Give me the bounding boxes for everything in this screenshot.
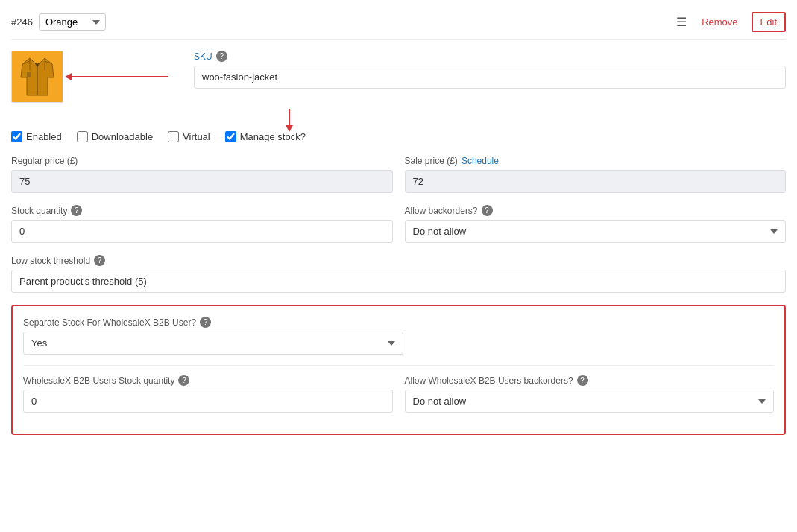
virtual-checkbox[interactable]	[168, 131, 179, 142]
svg-rect-0	[27, 72, 31, 77]
stock-quantity-field: Stock quantity ?	[11, 205, 393, 243]
low-stock-label: Low stock threshold	[11, 256, 90, 266]
virtual-label: Virtual	[183, 131, 210, 142]
wholesale-section: Separate Stock For WholesaleX B2B User? …	[11, 305, 786, 435]
stock-quantity-help-icon[interactable]: ?	[71, 205, 82, 216]
b2b-quantity-input[interactable]	[23, 390, 393, 413]
manage-stock-label: Manage stock?	[240, 131, 306, 142]
backorders-help-icon[interactable]: ?	[482, 205, 493, 216]
b2b-quantity-label: WholesaleX B2B Users Stock quantity	[23, 376, 174, 386]
b2b-quantity-field: WholesaleX B2B Users Stock quantity ?	[23, 375, 393, 413]
b2b-quantity-help-icon[interactable]: ?	[178, 375, 189, 386]
regular-price-label: Regular price (£)	[11, 156, 78, 166]
sku-input[interactable]	[194, 66, 786, 89]
stock-quantity-input[interactable]	[11, 220, 393, 243]
product-image[interactable]	[11, 51, 63, 103]
divider	[23, 365, 774, 366]
b2b-backorders-field: Allow WholesaleX B2B Users backorders? ?…	[405, 375, 775, 423]
sku-help-icon[interactable]: ?	[216, 51, 227, 62]
menu-icon[interactable]: ☰	[676, 15, 688, 29]
separate-stock-field: Separate Stock For WholesaleX B2B User? …	[23, 317, 774, 355]
manage-stock-checkbox-label[interactable]: Manage stock?	[225, 131, 306, 142]
virtual-checkbox-label[interactable]: Virtual	[168, 131, 210, 142]
separate-stock-select[interactable]: Yes No	[23, 332, 403, 355]
schedule-link[interactable]: Schedule	[461, 156, 499, 166]
remove-button[interactable]: Remove	[697, 13, 742, 31]
jacket-icon	[19, 57, 55, 98]
b2b-backorders-select[interactable]: Do not allow Allow Allow, but notify cus…	[405, 390, 775, 413]
manage-stock-checkbox[interactable]	[225, 131, 236, 142]
enabled-checkbox[interactable]	[11, 131, 22, 142]
low-stock-input[interactable]	[11, 270, 786, 293]
backorders-label: Allow backorders?	[405, 206, 478, 216]
enabled-label: Enabled	[26, 131, 62, 142]
stock-quantity-label: Stock quantity	[11, 206, 67, 216]
downloadable-checkbox-label[interactable]: Downloadable	[77, 131, 153, 142]
edit-button[interactable]: Edit	[752, 12, 786, 32]
separate-stock-help-icon[interactable]: ?	[200, 317, 211, 328]
low-stock-field: Low stock threshold ?	[11, 255, 786, 293]
color-select[interactable]: Orange Red Blue Green	[39, 13, 106, 31]
regular-price-input[interactable]	[11, 170, 393, 193]
enabled-checkbox-label[interactable]: Enabled	[11, 131, 62, 142]
manage-stock-arrow	[286, 109, 293, 132]
regular-price-field: Regular price (£)	[11, 156, 393, 193]
sku-label: SKU	[194, 51, 212, 62]
backorders-field: Allow backorders? ? Do not allow Allow A…	[405, 205, 787, 243]
image-arrow	[65, 73, 168, 80]
backorders-select[interactable]: Do not allow Allow Allow, but notify cus…	[405, 220, 787, 243]
sale-price-field: Sale price (£) Schedule	[405, 156, 787, 193]
downloadable-checkbox[interactable]	[77, 131, 88, 142]
separate-stock-label: Separate Stock For WholesaleX B2B User?	[23, 317, 196, 328]
b2b-backorders-label: Allow WholesaleX B2B Users backorders?	[405, 376, 573, 386]
low-stock-help-icon[interactable]: ?	[94, 255, 105, 266]
variation-id: #246	[11, 16, 33, 28]
sale-price-label: Sale price (£)	[405, 156, 458, 166]
downloadable-label: Downloadable	[92, 131, 153, 142]
b2b-backorders-help-icon[interactable]: ?	[577, 375, 588, 386]
sku-section: SKU ?	[194, 51, 786, 89]
sale-price-input[interactable]	[405, 170, 787, 193]
